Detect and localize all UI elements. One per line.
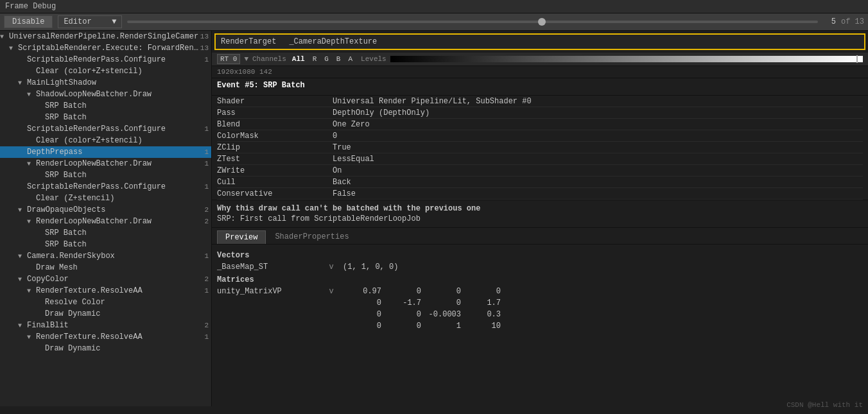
tree-item-label: Camera.RenderSkybox bbox=[27, 252, 204, 261]
tree-item[interactable]: SRP Batch bbox=[0, 239, 211, 250]
channel-a-btn[interactable]: A bbox=[346, 55, 354, 64]
property-row: ZWrite On bbox=[217, 165, 863, 177]
tree-item-count: 2 bbox=[204, 206, 209, 214]
tree-item[interactable]: ▼ RenderTexture.ResolveAA 1 bbox=[0, 285, 211, 297]
rt-select[interactable]: RT 0 bbox=[217, 54, 240, 64]
tree-item[interactable]: ▼ Camera.RenderSkybox 1 bbox=[0, 250, 211, 262]
prop-value: Universal Render Pipeline/Lit, SubShader… bbox=[333, 96, 532, 107]
frame-slider-container bbox=[127, 21, 818, 23]
tree-item-label: UniversalRenderPipeline.RenderSingleCame… bbox=[9, 32, 200, 41]
tree-item[interactable]: Draw Dynamic bbox=[0, 343, 211, 354]
tree-item-label: DepthPrepass bbox=[27, 148, 204, 157]
tree-item-label: Draw Mesh bbox=[36, 263, 211, 272]
matrix-row: unity_MatrixVPv0.97000 bbox=[217, 286, 863, 297]
tree-item-label: RenderTexture.ResolveAA bbox=[36, 286, 204, 295]
tree-item[interactable]: DepthPrepass 1 bbox=[0, 146, 211, 158]
prop-key: ZTest bbox=[217, 154, 333, 164]
tree-arrow-icon: ▼ bbox=[27, 334, 36, 341]
matrix-values: 0-1.701.7 bbox=[343, 298, 501, 307]
tree-arrow-icon: ▼ bbox=[0, 33, 9, 40]
tree-arrow-icon: ▼ bbox=[18, 276, 27, 283]
tree-item-count: 13 bbox=[200, 33, 209, 40]
tabs-bar: PreviewShaderProperties bbox=[212, 228, 868, 245]
main-layout: ▼ UniversalRenderPipeline.RenderSingleCa… bbox=[0, 31, 868, 406]
matrix-cell: 0 bbox=[422, 287, 461, 296]
tree-item[interactable]: Draw Mesh bbox=[0, 262, 211, 273]
tree-arrow-icon: ▼ bbox=[27, 218, 36, 225]
shader-prop-name: _BaseMap_ST bbox=[217, 263, 320, 272]
editor-dropdown[interactable]: Editor ▼ bbox=[58, 15, 122, 28]
tree-item[interactable]: Clear (Z+stencil) bbox=[0, 193, 211, 204]
resolution-bar: 1920x1080 142 bbox=[212, 66, 868, 78]
channel-b-btn[interactable]: B bbox=[334, 55, 343, 64]
tree-arrow-icon: ▼ bbox=[18, 322, 27, 329]
tree-item[interactable]: ▼ DrawOpaqueObjects 2 bbox=[0, 204, 211, 216]
tree-item[interactable]: ▼ MainLightShadow bbox=[0, 77, 211, 89]
left-panel-tree: ▼ UniversalRenderPipeline.RenderSingleCa… bbox=[0, 31, 212, 406]
toolbar: Disable Editor ▼ 5 of 13 bbox=[0, 13, 868, 31]
tree-item[interactable]: Clear (color+Z+stencil) bbox=[0, 135, 211, 146]
tree-item[interactable]: ▼ RenderLoopNewBatcher.Draw 1 bbox=[0, 158, 211, 169]
tree-item[interactable]: ▼ RenderTexture.ResolveAA 1 bbox=[0, 331, 211, 343]
tree-arrow-icon: ▼ bbox=[18, 253, 27, 260]
channel-g-btn[interactable]: G bbox=[322, 55, 331, 64]
tree-item[interactable]: SRP Batch bbox=[0, 169, 211, 181]
tree-item[interactable]: ▼ CopyColor 2 bbox=[0, 273, 211, 285]
matrix-values: 00110 bbox=[343, 322, 501, 331]
tree-item[interactable]: ScriptableRenderPass.Configure 1 bbox=[0, 123, 211, 135]
tree-item[interactable]: Draw Dynamic bbox=[0, 308, 211, 320]
tab-shaderproperties[interactable]: ShaderProperties bbox=[267, 230, 356, 244]
tree-item-label: SRP Batch bbox=[45, 240, 211, 249]
tree-item-label: SRP Batch bbox=[45, 171, 211, 180]
matrix-cell: 0 bbox=[343, 310, 381, 319]
channel-all-btn[interactable]: All bbox=[290, 55, 307, 64]
tree-item[interactable]: ▼ RenderLoopNewBatcher.Draw 2 bbox=[0, 216, 211, 227]
render-target-value: _CameraDepthTexture bbox=[289, 37, 377, 46]
tree-item[interactable]: SRP Batch bbox=[0, 227, 211, 239]
tree-item[interactable]: ▼ UniversalRenderPipeline.RenderSingleCa… bbox=[0, 31, 211, 42]
tree-item-label: Clear (color+Z+stencil) bbox=[36, 67, 211, 76]
prop-key: Blend bbox=[217, 119, 333, 130]
tree-item-count: 2 bbox=[204, 322, 209, 329]
tree-item-label: Clear (color+Z+stencil) bbox=[36, 136, 211, 145]
matrix-cell: 0 bbox=[383, 310, 421, 319]
shader-prop-value: (1, 1, 0, 0) bbox=[343, 263, 398, 272]
tree-item[interactable]: SRP Batch bbox=[0, 100, 211, 112]
tree-arrow-icon: ▼ bbox=[9, 45, 18, 52]
channel-r-btn[interactable]: R bbox=[311, 55, 319, 64]
tree-item[interactable]: Resolve Color bbox=[0, 297, 211, 308]
tree-item-count: 1 bbox=[204, 287, 209, 295]
tree-item[interactable]: ScriptableRenderPass.Configure 1 bbox=[0, 181, 211, 193]
tree-item[interactable]: Clear (color+Z+stencil) bbox=[0, 65, 211, 77]
matrix-values: 00-0.00030.3 bbox=[343, 310, 501, 319]
tree-item-count: 1 bbox=[204, 148, 209, 156]
matrix-cell: 10 bbox=[462, 322, 501, 331]
watermark: CSDN @Hell with it bbox=[786, 401, 863, 409]
resolution-value: 1920x1080 142 bbox=[217, 68, 272, 76]
tree-item-label: Clear (Z+stencil) bbox=[36, 194, 211, 203]
matrix-cell: -0.0003 bbox=[422, 310, 461, 319]
prop-key: Pass bbox=[217, 108, 333, 118]
matrix-cell: 0 bbox=[383, 322, 421, 331]
tab-preview[interactable]: Preview bbox=[217, 230, 266, 244]
shader-content: Vectors _BaseMap_ST v (1, 1, 0, 0) Matri… bbox=[212, 245, 868, 406]
frame-number: 5 bbox=[823, 17, 836, 26]
tree-item[interactable]: ScriptableRenderPass.Configure 1 bbox=[0, 54, 211, 65]
tree-item-count: 1 bbox=[204, 183, 209, 191]
matrix-cell: 0 bbox=[383, 287, 421, 296]
property-row: Pass DepthOnly (DepthOnly) bbox=[217, 107, 863, 119]
frame-slider[interactable] bbox=[127, 21, 818, 23]
tree-item[interactable]: SRP Batch bbox=[0, 112, 211, 123]
tree-item-label: Draw Dynamic bbox=[45, 309, 211, 318]
tree-item[interactable]: ▼ ScriptableRenderer.Execute: ForwardRen… bbox=[0, 42, 211, 54]
tree-item[interactable]: ▼ ShadowLoopNewBatcher.Draw bbox=[0, 89, 211, 100]
prop-key: ZWrite bbox=[217, 166, 333, 176]
disable-button[interactable]: Disable bbox=[4, 15, 53, 28]
tree-item-label: RenderLoopNewBatcher.Draw bbox=[36, 159, 204, 168]
frame-of-label: of 13 bbox=[841, 17, 864, 26]
matrix-cell: 0 bbox=[343, 322, 381, 331]
tree-item-label: CopyColor bbox=[27, 275, 204, 284]
matrix-row: 0-1.701.7 bbox=[217, 297, 863, 309]
tree-item[interactable]: ▼ FinalBlit 2 bbox=[0, 320, 211, 331]
shader-vector-row: _BaseMap_ST v (1, 1, 0, 0) bbox=[217, 261, 863, 273]
